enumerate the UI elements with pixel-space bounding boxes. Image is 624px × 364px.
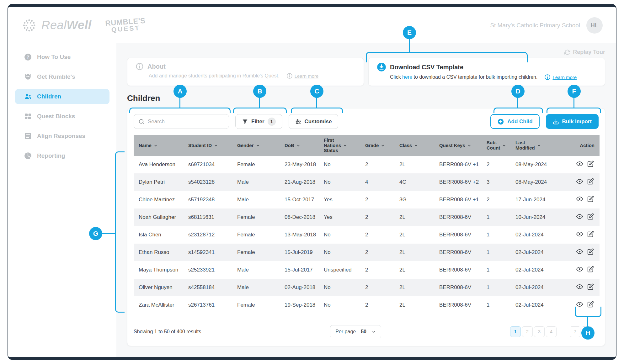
- rumbles-quest-logo: RUMBLE'S QUEST: [105, 17, 146, 34]
- cell-name: Zara McAllister: [134, 296, 186, 314]
- column-header-last-modified[interactable]: Last Modified: [513, 135, 568, 156]
- sidebar-item-get-rumbles[interactable]: Get Rumble's: [15, 69, 109, 84]
- page-button[interactable]: 2: [522, 326, 533, 337]
- cell-quest-keys: BERR008-6V: [437, 244, 484, 261]
- cell-last-modified: 02-Jul-2024: [513, 261, 568, 279]
- view-icon[interactable]: [576, 231, 583, 237]
- csv-here-link[interactable]: here: [402, 74, 412, 80]
- sidebar-item-how-to-use[interactable]: ? How To Use: [15, 50, 109, 65]
- cell-first-nations: Unspecified: [321, 261, 363, 279]
- cell-actions: [568, 261, 600, 279]
- sidebar-item-reporting[interactable]: Reporting: [15, 148, 109, 163]
- add-child-button[interactable]: Add Child: [490, 114, 539, 129]
- edit-icon[interactable]: [587, 196, 594, 202]
- page-title: Children: [127, 93, 605, 103]
- page-ellipsis: ...: [558, 326, 568, 337]
- column-header-grade[interactable]: Grade: [363, 135, 397, 156]
- sidebar-item-align-responses[interactable]: Align Responses: [15, 129, 109, 144]
- cell-last-modified: 10-Jun-2024: [513, 208, 568, 226]
- csv-learn-more-link[interactable]: Learn more: [552, 75, 577, 80]
- about-learn-more-link[interactable]: Learn more: [295, 73, 319, 79]
- cell-quest-keys: BERR008-6V: [437, 226, 484, 244]
- bulk-import-button[interactable]: Bulk Import: [546, 114, 599, 129]
- cell-last-modified: 17-Jun-2024: [513, 191, 568, 208]
- edit-icon[interactable]: [587, 301, 594, 308]
- view-icon[interactable]: [576, 283, 583, 290]
- realwell-logo: RealWell: [21, 18, 92, 33]
- edit-icon[interactable]: [587, 266, 594, 272]
- column-header-gender[interactable]: Gender: [235, 135, 282, 156]
- table-row: Isla Chen s23128712 Female 13-May-2018 N…: [134, 226, 600, 244]
- column-header-sub-count[interactable]: Sub. Count: [484, 135, 513, 156]
- cell-class: 2L: [397, 261, 437, 279]
- sort-icon: [414, 143, 418, 148]
- cell-first-nations: No: [321, 244, 363, 261]
- page-button[interactable]: 4: [546, 326, 557, 337]
- edit-icon[interactable]: [587, 248, 594, 255]
- cell-grade: 2: [363, 191, 397, 208]
- cell-class: 2L: [397, 244, 437, 261]
- view-icon[interactable]: [576, 301, 583, 308]
- per-page-value: 50: [361, 329, 366, 335]
- search-input[interactable]: [134, 114, 229, 129]
- column-header-first-nations[interactable]: First Nations Status: [321, 135, 363, 156]
- edit-icon[interactable]: [587, 161, 594, 167]
- cell-sub-count: 1: [484, 208, 513, 226]
- cell-dob: 13-May-2018: [282, 226, 321, 244]
- sliders-icon: [295, 119, 301, 125]
- cell-student-id: s25233921: [186, 261, 235, 279]
- column-header-name[interactable]: Name: [134, 135, 186, 156]
- customise-button[interactable]: Customise: [289, 114, 339, 129]
- view-icon[interactable]: [576, 266, 583, 272]
- cell-name: Ethan Russo: [134, 244, 186, 261]
- cell-dob: 19-Sep-2018: [282, 296, 321, 314]
- edit-icon[interactable]: [587, 213, 594, 220]
- cell-actions: [568, 296, 600, 314]
- view-icon[interactable]: [576, 161, 583, 167]
- sidebar-item-label: Quest Blocks: [37, 113, 75, 120]
- cell-quest-keys: BERR008-6V +1: [437, 191, 484, 208]
- bulk-import-label: Bulk Import: [562, 119, 592, 125]
- page-button[interactable]: 7: [570, 326, 580, 337]
- table-row: Maya Thompson s25233921 Male 15-Jul-2017…: [134, 261, 600, 279]
- column-header-dob[interactable]: DoB: [282, 135, 321, 156]
- children-table: Name Student ID Gender DoB First Nations…: [134, 135, 600, 314]
- edit-icon[interactable]: [587, 283, 594, 290]
- column-header-class[interactable]: Class: [397, 135, 437, 156]
- cell-dob: 02-Aug-2018: [282, 279, 321, 296]
- main-content: Replay Tour About Add and manage student…: [116, 43, 616, 357]
- edit-icon[interactable]: [587, 231, 594, 237]
- avatar[interactable]: HL: [586, 17, 603, 34]
- view-icon[interactable]: [576, 196, 583, 202]
- per-page-select[interactable]: Per page 50: [330, 325, 381, 338]
- sidebar-item-label: Get Rumble's: [37, 73, 75, 80]
- page-button[interactable]: 3: [534, 326, 545, 337]
- filter-button[interactable]: Filter 1: [235, 114, 282, 129]
- sidebar-item-quest-blocks[interactable]: Quest Blocks: [15, 109, 109, 124]
- cell-quest-keys: BERR008-6V: [437, 261, 484, 279]
- cell-sub-count: 1: [484, 244, 513, 261]
- filter-label: Filter: [251, 119, 264, 125]
- replay-tour-button[interactable]: Replay Tour: [564, 49, 605, 55]
- view-icon[interactable]: [576, 178, 583, 185]
- sidebar-item-children[interactable]: Children: [15, 89, 109, 104]
- page-button[interactable]: 8: [582, 326, 592, 337]
- screenshot-root: RealWell RUMBLE'S QUEST St Mary's Cathol…: [0, 0, 624, 364]
- funnel-icon: [242, 119, 248, 125]
- cell-actions: [568, 208, 600, 226]
- cell-grade: 2: [363, 226, 397, 244]
- cell-dob: 08-Dec-2018: [282, 208, 321, 226]
- per-page-label: Per page: [335, 329, 356, 335]
- edit-icon[interactable]: [587, 178, 594, 185]
- realwell-dots-icon: [21, 18, 37, 33]
- info-icon: [286, 73, 293, 79]
- view-icon[interactable]: [576, 248, 583, 255]
- realwell-wordmark: RealWell: [41, 18, 92, 32]
- cell-last-modified: 02-Jul-2024: [513, 226, 568, 244]
- search-field[interactable]: [148, 119, 224, 125]
- search-icon: [138, 119, 145, 125]
- view-icon[interactable]: [576, 213, 583, 220]
- page-button[interactable]: 1: [510, 326, 521, 337]
- column-header-quest-keys[interactable]: Quest Keys: [437, 135, 484, 156]
- column-header-student-id[interactable]: Student ID: [186, 135, 235, 156]
